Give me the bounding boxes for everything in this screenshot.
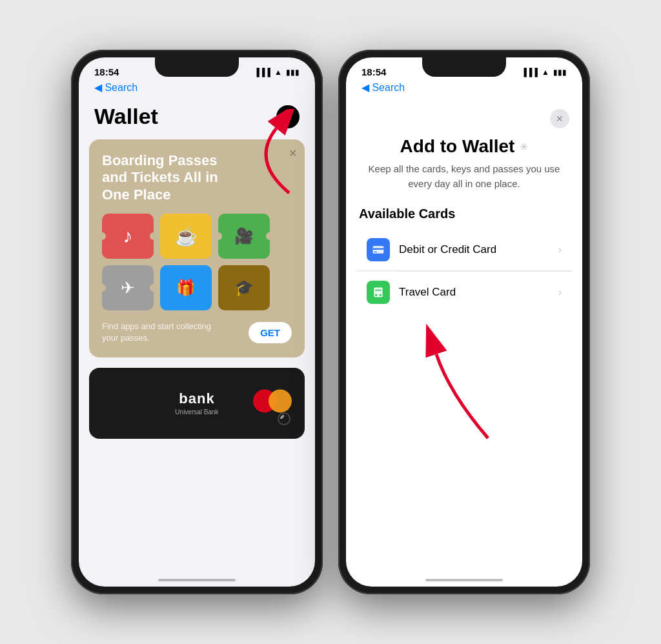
phone-2-screen: 18:54 ▐▐▐ ▲ ▮▮▮ ◀ Search ✕ Add to Wallet… <box>346 57 582 587</box>
debit-chevron-icon: › <box>558 244 562 256</box>
mastercard-logo <box>253 389 292 412</box>
banner-close-btn[interactable]: ✕ <box>289 147 297 159</box>
svg-rect-4 <box>374 288 382 297</box>
time-2: 18:54 <box>361 66 386 77</box>
banner-footer-text: Find apps and start collecting your pass… <box>102 321 218 344</box>
svg-point-6 <box>375 294 377 296</box>
debit-credit-card-item[interactable]: Debit or Credit Card › <box>356 229 572 271</box>
modal-title-area: Add to Wallet ✳ <box>346 128 582 162</box>
card-list: Debit or Credit Card › Travel Card › <box>356 229 572 313</box>
wallet-header: Wallet + <box>79 99 315 139</box>
notch-1 <box>155 57 239 77</box>
phone-1: 18:54 ▐▐▐ ▲ ▮▮▮ ◀ Search Wallet + ✕ Boar… <box>71 50 323 594</box>
plane-icon: ✈ <box>121 278 135 298</box>
wallet-title: Wallet <box>94 104 158 129</box>
debit-credit-label: Debit or Credit Card <box>399 243 558 256</box>
modal-close-button[interactable]: ✕ <box>550 109 569 128</box>
cup-icon: ☕ <box>175 226 198 247</box>
get-button[interactable]: GET <box>249 322 292 343</box>
back-nav-2[interactable]: ◀ Search <box>346 80 582 99</box>
available-cards-title: Available Cards <box>346 206 582 229</box>
debit-card-icon <box>367 238 390 261</box>
bank-name: bank <box>175 390 218 407</box>
icon-grid: ♪ ☕ 🎥 ✈ 🎁 🎓 <box>102 214 292 310</box>
signal-icon-2: ▐▐▐ <box>522 68 538 77</box>
travel-card-item[interactable]: Travel Card › <box>356 272 572 313</box>
svg-rect-3 <box>374 252 377 253</box>
loading-indicator: ✳ <box>520 141 528 153</box>
plane-ticket: ✈ <box>102 265 154 310</box>
camera-icon: 🎥 <box>234 227 254 245</box>
battery-icon-1: ▮▮▮ <box>286 68 300 77</box>
svg-rect-5 <box>375 290 381 291</box>
mc-orange-circle <box>269 389 292 412</box>
banner-footer: Find apps and start collecting your pass… <box>102 321 292 344</box>
svg-point-7 <box>380 294 381 296</box>
wifi-icon-1: ▲ <box>274 68 282 77</box>
home-indicator-1 <box>158 579 236 581</box>
wifi-icon-2: ▲ <box>542 68 549 77</box>
modal-title: Add to Wallet <box>400 136 515 157</box>
travel-chevron-icon: › <box>558 287 562 298</box>
notch-2 <box>422 57 506 77</box>
modal-header: ✕ <box>346 99 582 128</box>
phone-2: 18:54 ▐▐▐ ▲ ▮▮▮ ◀ Search ✕ Add to Wallet… <box>338 50 590 594</box>
back-label-2[interactable]: ◀ Search <box>361 81 405 94</box>
status-icons-2: ▐▐▐ ▲ ▮▮▮ <box>522 68 567 77</box>
svg-rect-2 <box>373 248 384 250</box>
signal-icon-1: ▐▐▐ <box>254 68 271 77</box>
banner-title: Boarding Passes and Tickets All in One P… <box>102 152 231 203</box>
camera-ticket: 🎥 <box>218 214 270 259</box>
travel-card-label: Travel Card <box>399 286 558 299</box>
music-icon: ♪ <box>123 225 133 247</box>
back-nav-1[interactable]: ◀ Search <box>79 80 315 99</box>
modal-subtitle: Keep all the cards, keys and passes you … <box>346 162 582 206</box>
bank-card: bank Universal Bank <box>89 368 305 439</box>
add-button[interactable]: + <box>276 105 300 128</box>
time-1: 18:54 <box>94 66 119 77</box>
graduation-tile: 🎓 <box>218 265 270 310</box>
bank-sub: Universal Bank <box>175 408 218 416</box>
battery-icon-2: ▮▮▮ <box>553 68 567 77</box>
status-icons-1: ▐▐▐ ▲ ▮▮▮ <box>254 68 300 77</box>
gift-tile: 🎁 <box>160 265 212 310</box>
banner-card: ✕ Boarding Passes and Tickets All in One… <box>89 139 305 357</box>
travel-card-icon <box>367 281 390 304</box>
home-indicator-2 <box>425 579 503 581</box>
nfc-icon <box>276 411 292 430</box>
cup-tile: ☕ <box>160 214 212 259</box>
graduation-icon: 🎓 <box>234 279 254 297</box>
music-ticket: ♪ <box>102 214 154 259</box>
back-label-1[interactable]: ◀ Search <box>94 81 137 94</box>
red-arrow-2 <box>385 316 514 445</box>
gift-icon: 🎁 <box>176 279 196 297</box>
phone-1-screen: 18:54 ▐▐▐ ▲ ▮▮▮ ◀ Search Wallet + ✕ Boar… <box>79 57 315 587</box>
